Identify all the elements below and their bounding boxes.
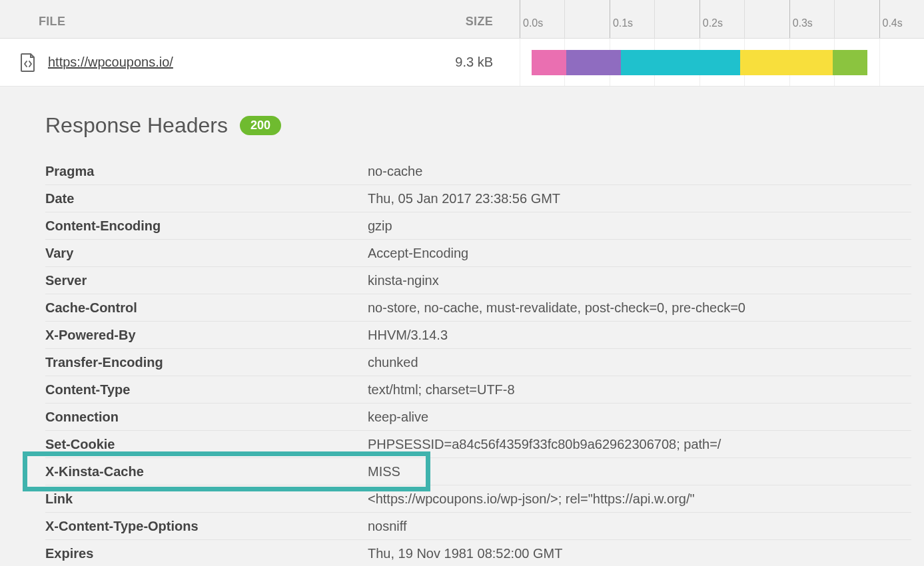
header-name: Transfer-Encoding — [45, 354, 368, 371]
timeline-minor-tick — [744, 0, 789, 38]
header-row: Transfer-Encodingchunked — [45, 349, 911, 376]
header-value: chunked — [368, 354, 911, 371]
header-name: X-Kinsta-Cache — [45, 463, 368, 480]
header-name: Content-Encoding — [45, 217, 368, 234]
header-name: Set-Cookie — [45, 435, 368, 453]
header-name: X-Content-Type-Options — [45, 517, 368, 535]
header-row: X-Content-Type-Optionsnosniff — [45, 513, 911, 540]
header-name: Expires — [45, 545, 368, 562]
header-row: Link<https://wpcoupons.io/wp-json/>; rel… — [45, 485, 911, 513]
waterfall-segment — [520, 50, 532, 75]
timeline-tick: 0.2s — [699, 0, 744, 38]
header-value: Thu, 05 Jan 2017 23:38:56 GMT — [368, 190, 911, 207]
header-name: Cache-Control — [45, 299, 368, 316]
timeline-tick: 0.4s — [879, 0, 924, 38]
header-row: Pragmano-cache — [45, 158, 911, 185]
timeline-tick: 0.0s — [520, 0, 564, 38]
header-row: Content-Encodinggzip — [45, 212, 911, 240]
header-row: Content-Typetext/html; charset=UTF-8 — [45, 376, 911, 404]
file-row[interactable]: https://wpcoupons.io/ 9.3 kB — [0, 39, 924, 87]
header-row: DateThu, 05 Jan 2017 23:38:56 GMT — [45, 185, 911, 212]
header-row: VaryAccept-Encoding — [45, 240, 911, 267]
header-value: HHVM/3.14.3 — [368, 326, 911, 344]
header-value: PHPSESSID=a84c56f4359f33fc80b9a629623067… — [368, 435, 911, 453]
timeline-tick: 0.1s — [610, 0, 654, 38]
response-headers-title: Response Headers — [45, 113, 228, 138]
header-value: Accept-Encoding — [368, 244, 911, 262]
header-value: text/html; charset=UTF-8 — [368, 381, 911, 398]
waterfall-bar — [520, 50, 924, 75]
size-cell: 9.3 kB — [433, 55, 520, 70]
header-name: Connection — [45, 408, 368, 425]
header-row: Cache-Controlno-store, no-cache, must-re… — [45, 294, 911, 322]
header-name: X-Powered-By — [45, 326, 368, 344]
header-row: X-Kinsta-CacheMISS — [45, 458, 911, 485]
response-headers-table: Pragmano-cacheDateThu, 05 Jan 2017 23:38… — [45, 158, 911, 566]
timeline-minor-tick — [654, 0, 699, 38]
header-row: Set-CookiePHPSESSID=a84c56f4359f33fc80b9… — [45, 431, 911, 458]
header-value: gzip — [368, 217, 911, 234]
waterfall-segment — [566, 50, 621, 75]
size-column-header: SIZE — [433, 15, 520, 38]
header-value: keep-alive — [368, 408, 911, 425]
timeline-minor-tick — [834, 0, 879, 38]
timeline-tick-label: 0.3s — [793, 17, 813, 29]
header-value: Thu, 19 Nov 1981 08:52:00 GMT — [368, 545, 911, 562]
waterfall-segment — [833, 50, 867, 75]
timeline-cell — [520, 39, 924, 86]
timeline-minor-tick — [564, 0, 609, 38]
file-url-link[interactable]: https://wpcoupons.io/ — [48, 55, 173, 70]
header-name: Content-Type — [45, 381, 368, 398]
header-row: X-Powered-ByHHVM/3.14.3 — [45, 322, 911, 349]
waterfall-panel: FILE SIZE 0.0s0.1s0.2s0.3s0.4s https://w… — [0, 0, 924, 566]
response-details: Response Headers 200 Pragmano-cacheDateT… — [0, 87, 924, 566]
header-value: nosniff — [368, 517, 911, 535]
header-row: Serverkinsta-nginx — [45, 267, 911, 294]
header-name: Pragma — [45, 162, 368, 180]
header-name: Date — [45, 190, 368, 207]
html-file-icon — [20, 53, 36, 72]
column-headers: FILE SIZE 0.0s0.1s0.2s0.3s0.4s — [0, 0, 924, 39]
timeline-tick: 0.3s — [789, 0, 834, 38]
header-value: no-cache — [368, 162, 911, 180]
http-status-badge: 200 — [240, 116, 281, 135]
header-name: Vary — [45, 244, 368, 262]
header-value: kinsta-nginx — [368, 272, 911, 289]
header-value: no-store, no-cache, must-revalidate, pos… — [368, 299, 911, 316]
header-row: ExpiresThu, 19 Nov 1981 08:52:00 GMT — [45, 540, 911, 566]
timeline-tick-label: 0.2s — [703, 17, 723, 29]
waterfall-segment — [740, 50, 833, 75]
waterfall-segment — [532, 50, 566, 75]
header-name: Link — [45, 490, 368, 507]
header-value: <https://wpcoupons.io/wp-json/>; rel="ht… — [368, 490, 911, 507]
waterfall-segment — [621, 50, 740, 75]
timeline-tick-label: 0.1s — [613, 17, 633, 29]
file-cell: https://wpcoupons.io/ — [0, 53, 433, 72]
header-value: MISS — [368, 463, 911, 480]
header-row: Connectionkeep-alive — [45, 404, 911, 431]
timeline-tick-label: 0.4s — [883, 17, 903, 29]
timeline-column-header: 0.0s0.1s0.2s0.3s0.4s — [520, 0, 924, 38]
response-headers-title-row: Response Headers 200 — [45, 113, 924, 138]
header-name: Server — [45, 272, 368, 289]
file-column-header: FILE — [0, 15, 433, 38]
timeline-tick-label: 0.0s — [523, 17, 543, 29]
